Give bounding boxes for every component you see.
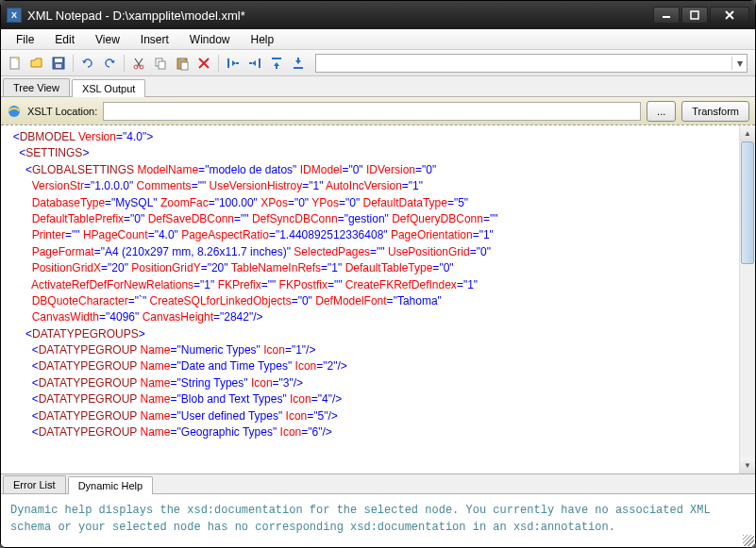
vertical-scrollbar[interactable]: ▲ ▼ [739, 125, 755, 473]
scroll-thumb[interactable] [741, 141, 754, 264]
resize-grip[interactable] [743, 535, 754, 546]
browse-button[interactable]: ... [647, 101, 676, 122]
tab-tree-view[interactable]: Tree View [3, 78, 70, 96]
scroll-up-icon[interactable]: ▲ [740, 125, 755, 141]
dynamic-help-panel: Dynamic help displays the xsd:documentat… [1, 494, 755, 547]
window-title: XML Notepad - D:\xampplite\model.xml* [27, 8, 653, 23]
xslt-bar: XSLT Location: ... Transform [1, 97, 755, 125]
toolbar: ▾ [1, 50, 755, 76]
xslt-location-label: XSLT Location: [27, 106, 97, 117]
paste-icon[interactable] [172, 53, 193, 74]
scroll-down-icon[interactable]: ▼ [740, 457, 755, 473]
menu-help[interactable]: Help [242, 31, 284, 48]
svg-rect-16 [181, 62, 188, 70]
svg-rect-23 [272, 58, 281, 59]
minimize-button[interactable] [653, 7, 680, 24]
app-icon: X [7, 8, 22, 23]
new-file-icon[interactable] [5, 53, 25, 74]
xml-content: <DBMODEL Version="4.0"> <SETTINGS> <GLOB… [7, 129, 749, 440]
menu-file[interactable]: File [7, 31, 43, 48]
nudge-right-icon[interactable] [244, 53, 265, 74]
xslt-location-input[interactable] [103, 102, 641, 121]
app-window: X XML Notepad - D:\xampplite\model.xml* … [0, 0, 756, 548]
nudge-left-icon[interactable] [223, 53, 244, 74]
svg-rect-15 [180, 58, 184, 60]
nudge-down-icon[interactable] [288, 53, 309, 74]
copy-icon[interactable] [150, 53, 171, 74]
dynamic-help-text: Dynamic help displays the xsd:documentat… [10, 504, 711, 534]
tab-error-list[interactable]: Error List [3, 475, 66, 493]
redo-icon[interactable] [99, 53, 120, 74]
menu-view[interactable]: View [86, 31, 129, 48]
open-folder-icon[interactable] [26, 53, 47, 74]
svg-rect-7 [56, 64, 61, 68]
tab-dynamic-help[interactable]: Dynamic Help [68, 476, 153, 494]
save-icon[interactable] [48, 53, 69, 74]
svg-rect-6 [55, 58, 62, 62]
titlebar[interactable]: X XML Notepad - D:\xampplite\model.xml* [1, 1, 755, 29]
svg-rect-19 [227, 58, 229, 68]
svg-rect-21 [259, 58, 260, 68]
bottom-tabs: Error List Dynamic Help [1, 473, 755, 494]
chevron-down-icon: ▾ [731, 57, 747, 70]
undo-icon[interactable] [77, 53, 98, 74]
delete-icon[interactable] [193, 53, 214, 74]
ie-icon [7, 104, 22, 119]
transform-button[interactable]: Transform [681, 101, 749, 122]
menubar: File Edit View Insert Window Help [1, 29, 755, 50]
menu-edit[interactable]: Edit [45, 31, 84, 48]
maximize-button[interactable] [681, 7, 708, 24]
nudge-up-icon[interactable] [266, 53, 287, 74]
svg-rect-1 [691, 11, 698, 19]
menu-window[interactable]: Window [180, 31, 240, 48]
tab-xsl-output[interactable]: XSL Output [72, 79, 145, 97]
close-button[interactable] [710, 7, 749, 24]
svg-rect-25 [294, 67, 303, 69]
toolbar-dropdown[interactable]: ▾ [315, 54, 748, 73]
svg-rect-13 [159, 61, 165, 69]
menu-insert[interactable]: Insert [131, 31, 178, 48]
view-tabs: Tree View XSL Output [1, 76, 755, 97]
xml-output-view[interactable]: <DBMODEL Version="4.0"> <SETTINGS> <GLOB… [1, 125, 755, 444]
cut-icon[interactable] [128, 53, 149, 74]
